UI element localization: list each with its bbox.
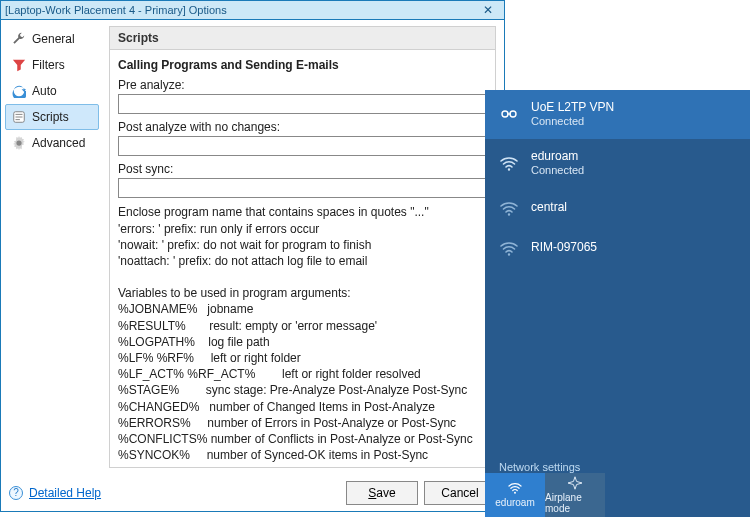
options-sidebar: General Filters Auto Scripts	[1, 20, 103, 474]
network-status: Connected	[531, 115, 614, 129]
network-item-eduroam[interactable]: eduroam Connected	[485, 139, 750, 188]
detailed-help-link[interactable]: Detailed Help	[29, 486, 101, 500]
network-list: UoE L2TP VPN Connected eduroam Connected…	[485, 90, 750, 268]
sidebar-label: Scripts	[32, 110, 69, 124]
save-button[interactable]: Save	[346, 481, 418, 505]
scripts-help-text: Enclose program name that contains space…	[118, 204, 487, 463]
wifi-tile-label: eduroam	[495, 497, 534, 508]
scripts-subheading: Calling Programs and Sending E-mails	[118, 58, 487, 72]
network-item-rim[interactable]: RIM-097065	[485, 228, 750, 268]
gear-icon	[12, 136, 26, 150]
help-icon: ?	[9, 486, 23, 500]
vpn-icon	[499, 104, 519, 124]
post-analyze-input[interactable]	[118, 136, 487, 156]
post-sync-label: Post sync:	[118, 162, 487, 176]
cancel-label: Cancel	[441, 486, 478, 500]
airplane-tile-label: Airplane mode	[545, 492, 605, 514]
wrench-icon	[12, 32, 26, 46]
post-analyze-label: Post analyze with no changes:	[118, 120, 487, 134]
wifi-tile[interactable]: eduroam	[485, 473, 545, 517]
sidebar-item-scripts[interactable]: Scripts	[5, 104, 99, 130]
scroll-icon	[12, 110, 26, 124]
network-name: RIM-097065	[531, 240, 597, 255]
network-flyout: UoE L2TP VPN Connected eduroam Connected…	[485, 90, 750, 517]
close-icon[interactable]: ✕	[476, 3, 500, 17]
post-sync-input[interactable]	[118, 178, 487, 198]
network-status: Connected	[531, 164, 584, 178]
section-header: Scripts	[109, 26, 496, 50]
save-rest: ave	[376, 486, 395, 500]
funnel-icon	[12, 58, 26, 72]
sidebar-item-general[interactable]: General	[5, 26, 99, 52]
airplane-tile[interactable]: Airplane mode	[545, 473, 605, 517]
window-title: [Laptop-Work Placement 4 - Primary] Opti…	[5, 4, 476, 16]
pre-analyze-label: Pre analyze:	[118, 78, 487, 92]
network-name: central	[531, 200, 567, 215]
sidebar-label: Advanced	[32, 136, 85, 150]
svg-point-7	[514, 491, 516, 493]
sidebar-item-auto[interactable]: Auto	[5, 78, 99, 104]
detailed-help-label: Detailed Help	[29, 486, 101, 500]
wifi-icon	[499, 198, 519, 218]
network-name: UoE L2TP VPN	[531, 100, 614, 115]
svg-point-5	[508, 213, 510, 215]
wifi-icon	[499, 153, 519, 173]
options-dialog: [Laptop-Work Placement 4 - Primary] Opti…	[0, 0, 505, 512]
sidebar-item-advanced[interactable]: Advanced	[5, 130, 99, 156]
sidebar-label: General	[32, 32, 75, 46]
pre-analyze-input[interactable]	[118, 94, 487, 114]
wifi-icon	[499, 238, 519, 258]
refresh-icon	[12, 84, 26, 98]
sidebar-label: Auto	[32, 84, 57, 98]
network-settings-link[interactable]: Network settings	[499, 461, 580, 473]
svg-point-4	[508, 168, 510, 170]
sidebar-item-filters[interactable]: Filters	[5, 52, 99, 78]
network-item-central[interactable]: central	[485, 188, 750, 228]
network-name: eduroam	[531, 149, 584, 164]
svg-point-6	[508, 253, 510, 255]
titlebar[interactable]: [Laptop-Work Placement 4 - Primary] Opti…	[1, 1, 504, 20]
network-item-vpn[interactable]: UoE L2TP VPN Connected	[485, 90, 750, 139]
sidebar-label: Filters	[32, 58, 65, 72]
